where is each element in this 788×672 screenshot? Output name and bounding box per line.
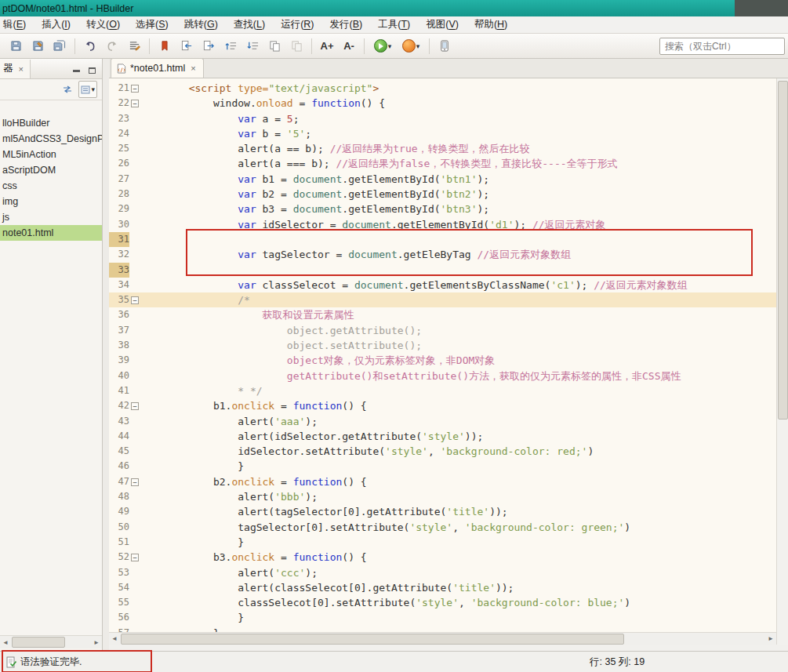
code-line-47[interactable]: 47− b2.onclick = function() { — [109, 474, 776, 489]
tree-item-js[interactable]: js — [0, 209, 102, 225]
fold-toggle-icon[interactable]: − — [129, 292, 140, 307]
fold-toggle-icon[interactable]: − — [129, 81, 140, 96]
code-line-30[interactable]: 30 var idSelector = document.getElementB… — [109, 217, 776, 232]
code-editor[interactable]: 21− <script type="text/javascript">22− w… — [109, 78, 776, 632]
code-line-36[interactable]: 36 获取和设置元素属性 — [109, 307, 776, 322]
sidebar-horizontal-scrollbar[interactable]: ◄ ► — [0, 635, 102, 648]
menu-item-7[interactable]: 运行(R) — [273, 16, 321, 33]
code-line-26[interactable]: 26 alert(a === b); //返回结果为false，不转换类型，直接… — [109, 156, 776, 171]
close-icon[interactable]: × — [189, 63, 197, 74]
fold-toggle-icon[interactable]: − — [129, 550, 140, 565]
menu-item-11[interactable]: 帮助(H) — [467, 16, 515, 33]
code-line-37[interactable]: 37 object.getAttribute(); — [109, 323, 776, 338]
redo-button[interactable] — [102, 37, 122, 56]
run-button[interactable]: ▾ — [369, 37, 396, 56]
fold-toggle-icon[interactable]: − — [129, 96, 140, 111]
device-button[interactable] — [434, 37, 455, 56]
tree-item-css[interactable]: css — [0, 178, 102, 194]
code-line-52[interactable]: 52− b3.onclick = function() { — [109, 550, 776, 565]
code-line-31[interactable]: 31 — [109, 232, 776, 247]
link-with-editor-button[interactable] — [60, 81, 75, 98]
tab-note01-html[interactable]: *note01.html × — [111, 58, 204, 78]
scroll-left-icon[interactable]: ◄ — [0, 639, 11, 646]
font-increase-button[interactable]: A+ — [317, 37, 337, 56]
tree-item-ml5AndCSS3_DesignPa[interactable]: ml5AndCSS3_DesignPa — [0, 131, 102, 147]
code-line-29[interactable]: 29 var b3 = document.getElementById('btn… — [109, 202, 776, 216]
code-line-43[interactable]: 43 alert('aaa'); — [109, 414, 776, 429]
code-line-45[interactable]: 45 idSelector.setAttribute('style', 'bac… — [109, 444, 776, 459]
menu-item-3[interactable]: 转义(O) — [78, 16, 128, 33]
code-line-21[interactable]: 21− <script type="text/javascript"> — [109, 81, 776, 96]
indent-right-button[interactable] — [198, 37, 219, 56]
code-line-25[interactable]: 25 alert(a == b); //返回结果为true，转换类型，然后在比较 — [109, 141, 776, 156]
code-line-35[interactable]: 35− /* — [109, 292, 776, 307]
tree-item-aScriptDOM[interactable]: aScriptDOM — [0, 162, 102, 178]
panel-tab-explorer[interactable]: 器 × — [0, 60, 31, 78]
tree-item-ML5inAction[interactable]: ML5inAction — [0, 147, 102, 162]
maximize-icon[interactable] — [86, 64, 97, 74]
tree-item-note01.html[interactable]: note01.html — [0, 225, 102, 241]
code-line-28[interactable]: 28 var b2 = document.getElementById('btn… — [109, 187, 776, 202]
menu-item-6[interactable]: 查找(L) — [226, 16, 273, 33]
fold-toggle-icon[interactable]: − — [129, 474, 140, 489]
close-icon[interactable]: × — [17, 64, 25, 74]
font-decrease-button[interactable]: A- — [339, 37, 359, 56]
code-line-34[interactable]: 34 var classSelecot = document.getElemen… — [109, 278, 776, 292]
save-all-button[interactable] — [49, 37, 70, 56]
horizontal-scrollbar[interactable]: ◄ ► — [109, 632, 776, 645]
code-line-46[interactable]: 46 } — [109, 459, 776, 474]
undo-button[interactable] — [80, 37, 100, 56]
code-line-54[interactable]: 54 alert(classSelecot[0].getAttribute('t… — [109, 580, 776, 595]
menu-item-5[interactable]: 跳转(G) — [176, 16, 226, 33]
code-line-56[interactable]: 56 } — [109, 610, 776, 625]
code-line-48[interactable]: 48 alert('bbb'); — [109, 489, 776, 504]
scrollbar-thumb[interactable] — [121, 634, 624, 645]
format-button[interactable] — [124, 37, 144, 56]
view-menu-button[interactable]: ▾ — [78, 81, 97, 98]
code-line-39[interactable]: 39 object对象，仅为元素标签对象，非DOM对象 — [109, 353, 776, 368]
menu-item-8[interactable]: 发行(B) — [322, 16, 371, 33]
tree-item-lloHBuilder[interactable]: lloHBuilder — [0, 115, 102, 131]
code-line-51[interactable]: 51 } — [109, 535, 776, 550]
code-line-49[interactable]: 49 alert(tagSelector[0].getAttribute('ti… — [109, 504, 776, 519]
code-line-57[interactable]: 57 } — [109, 626, 776, 632]
code-line-55[interactable]: 55 classSelecot[0].setAttribute('style',… — [109, 595, 776, 610]
code-line-24[interactable]: 24 var b = '5'; — [109, 126, 776, 141]
menu-item-2[interactable]: 插入(I) — [34, 16, 78, 33]
save-button[interactable] — [5, 37, 26, 56]
menu-item-10[interactable]: 视图(V) — [418, 16, 467, 33]
search-input[interactable] — [659, 38, 785, 55]
code-line-50[interactable]: 50 tagSelector[0].setAttribute('style', … — [109, 520, 776, 535]
vertical-scrollbar[interactable] — [776, 78, 788, 645]
indent-left-button[interactable] — [176, 37, 197, 56]
code-line-33[interactable]: 33 — [109, 263, 776, 278]
menu-item-4[interactable]: 选择(S) — [128, 16, 176, 33]
code-line-44[interactable]: 44 alert(idSelector.getAttribute('style'… — [109, 429, 776, 444]
panel-splitter[interactable] — [103, 59, 109, 651]
minimize-icon[interactable] — [71, 64, 82, 74]
save-as-button[interactable] — [27, 37, 48, 56]
code-line-38[interactable]: 38 object.setAttribute(); — [109, 338, 776, 353]
code-line-32[interactable]: 32 var tagSelector = document.getEleByTa… — [109, 247, 776, 262]
scroll-right-icon[interactable]: ► — [765, 635, 776, 642]
fold-toggle-icon[interactable]: − — [129, 398, 140, 413]
code-line-41[interactable]: 41 * */ — [109, 383, 776, 398]
scroll-right-icon[interactable]: ► — [91, 639, 102, 646]
scrollbar-thumb[interactable] — [778, 81, 788, 420]
code-line-42[interactable]: 42− b1.onclick = function() { — [109, 398, 776, 413]
copy-lines-button[interactable] — [264, 37, 285, 56]
goto-next-button[interactable] — [242, 37, 263, 56]
code-line-22[interactable]: 22− window.onload = function() { — [109, 96, 776, 111]
copy-lines-disabled-button[interactable] — [286, 37, 307, 56]
code-line-23[interactable]: 23 var a = 5; — [109, 111, 776, 126]
menu-item-9[interactable]: 工具(T) — [370, 16, 418, 33]
bookmark-button[interactable] — [154, 37, 175, 56]
code-line-53[interactable]: 53 alert('ccc'); — [109, 565, 776, 580]
scroll-left-icon[interactable]: ◄ — [109, 635, 120, 642]
code-line-40[interactable]: 40 getAttribute()和setAttribute()方法，获取的仅为… — [109, 369, 776, 383]
tree-item-img[interactable]: img — [0, 194, 102, 209]
menu-item-1[interactable]: 辑(E) — [0, 16, 34, 33]
scrollbar-thumb[interactable] — [12, 637, 65, 648]
code-line-27[interactable]: 27 var b1 = document.getElementById('btn… — [109, 172, 776, 187]
run-in-browser-button[interactable]: ▾ — [398, 37, 424, 56]
